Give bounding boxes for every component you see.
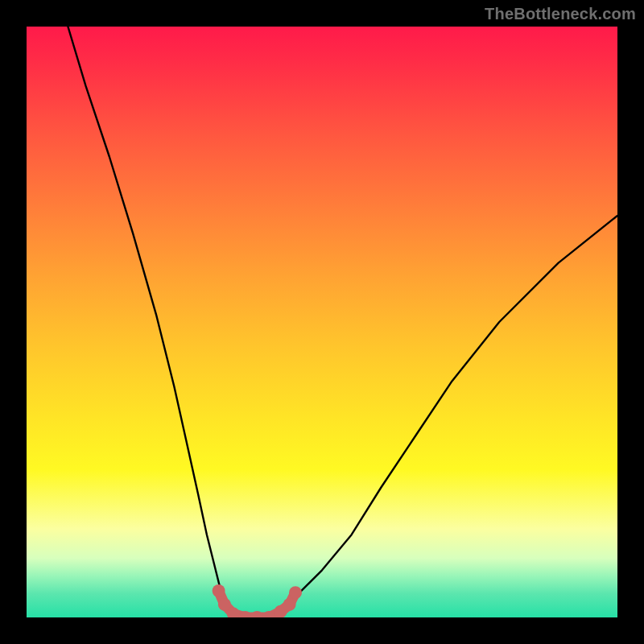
bottleneck-curve (68, 27, 617, 617)
watermark-text: TheBottleneck.com (485, 5, 636, 23)
chart-svg (27, 27, 617, 617)
highlight-markers (213, 584, 302, 617)
marker-dot (213, 584, 225, 597)
chart-frame: TheBottleneck.com (0, 0, 644, 644)
marker-dot (283, 598, 296, 611)
marker-dot (250, 611, 263, 617)
plot-area (27, 27, 617, 617)
marker-dot (289, 586, 302, 599)
marker-dot (218, 598, 231, 611)
